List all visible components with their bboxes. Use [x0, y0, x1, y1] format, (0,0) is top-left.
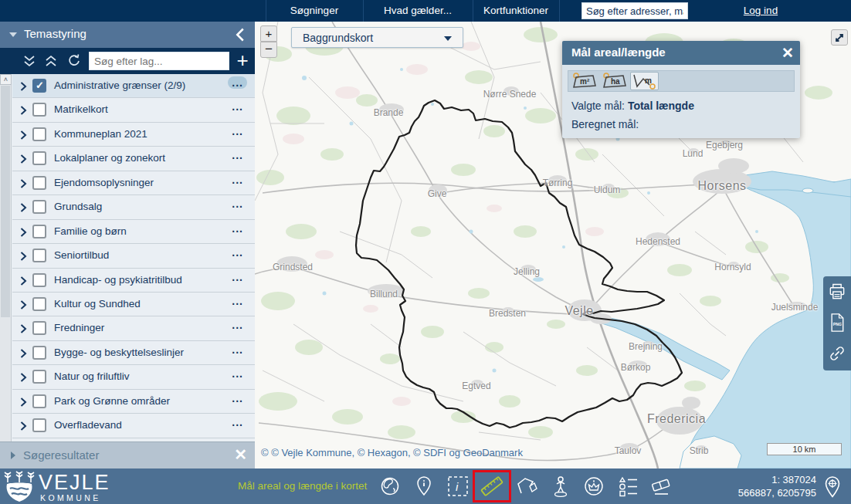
draw-button[interactable] — [515, 475, 538, 498]
zoom-in-button[interactable]: + — [260, 25, 277, 42]
layer-checkbox[interactable] — [32, 370, 46, 384]
layer-row[interactable]: Lokalplaner og zonekort ... — [12, 147, 255, 171]
fullscreen-button[interactable] — [831, 29, 848, 46]
info-point-button[interactable] — [412, 475, 436, 498]
print-button[interactable] — [823, 276, 851, 307]
add-layer-icon[interactable]: + — [232, 49, 253, 73]
layer-checkbox[interactable] — [32, 151, 46, 165]
layer-menu-button[interactable]: ... — [228, 271, 247, 283]
expand-layer-icon[interactable] — [20, 349, 27, 358]
basemap-dropdown[interactable]: Baggrundskort — [291, 27, 463, 48]
layer-checkbox[interactable] — [32, 394, 46, 408]
measure-dialog-header[interactable]: Mål areal/længde ✕ — [562, 41, 800, 65]
layer-checkbox[interactable] — [32, 127, 46, 141]
login-link[interactable]: Log ind — [734, 0, 788, 22]
expand-layer-icon[interactable] — [20, 203, 27, 212]
layer-menu-button[interactable]: ... — [228, 174, 247, 186]
nav-item-hvad-gaelder[interactable]: Hvad gælder... — [369, 0, 466, 22]
layer-row[interactable]: Handicap- og psykiatritilbud ... — [12, 269, 255, 293]
crown-button[interactable] — [582, 475, 605, 498]
close-results-icon[interactable]: ✕ — [234, 445, 247, 464]
layer-menu-button[interactable]: ... — [228, 392, 247, 404]
layer-menu-button[interactable]: ... — [228, 125, 247, 137]
layer-row[interactable]: Park og Grønne områder ... — [12, 390, 255, 414]
layer-checkbox[interactable] — [32, 200, 46, 214]
panel-header[interactable]: Temastyring — [0, 22, 255, 48]
share-link-button[interactable] — [823, 338, 851, 369]
layer-row[interactable]: Kultur og Sundhed ... — [12, 293, 255, 316]
collapse-all-icon[interactable] — [43, 53, 59, 69]
layer-row[interactable]: Administrative grænser (2/9) ... — [12, 74, 255, 98]
measure-area-ha-button[interactable]: ha — [600, 72, 629, 90]
measure-area-m2-button[interactable]: m² — [570, 72, 598, 90]
layer-checkbox[interactable] — [32, 346, 46, 360]
layer-row[interactable]: Natur og friluftliv ... — [12, 365, 255, 389]
layer-checkbox[interactable] — [32, 297, 46, 311]
expand-layer-icon[interactable] — [20, 82, 27, 91]
expand-layer-icon[interactable] — [20, 373, 27, 382]
measure-length-button[interactable]: m — [630, 72, 659, 90]
close-dialog-icon[interactable]: ✕ — [781, 44, 794, 62]
expand-layer-icon[interactable] — [20, 228, 27, 237]
layer-checkbox[interactable] — [32, 321, 46, 335]
layer-row[interactable]: Bygge- og beskyttelseslinjer ... — [12, 341, 255, 365]
layer-menu-button[interactable]: ... — [228, 246, 247, 259]
layer-checkbox[interactable] — [32, 79, 46, 93]
address-search-input[interactable] — [581, 2, 688, 19]
expand-layer-icon[interactable] — [20, 421, 27, 431]
expand-layer-icon[interactable] — [20, 397, 27, 407]
map-viewport[interactable]: Nørre SnedeBrandeGiveTørringUldumLundEge… — [255, 22, 851, 468]
layer-checkbox[interactable] — [32, 418, 46, 432]
locate-button[interactable] — [820, 475, 845, 499]
layer-checkbox[interactable] — [32, 273, 46, 287]
layer-row[interactable]: Ejendomsoplysninger ... — [12, 171, 255, 195]
layer-search-input[interactable] — [89, 52, 229, 70]
expand-layer-icon[interactable] — [20, 252, 27, 261]
layer-menu-button[interactable]: ... — [228, 222, 247, 235]
layer-menu-button[interactable]: ... — [228, 343, 247, 356]
layer-menu-button[interactable]: ... — [228, 416, 247, 428]
layer-menu-button[interactable]: ... — [228, 149, 247, 161]
expand-layer-icon[interactable] — [20, 154, 27, 164]
streetview-button[interactable] — [549, 475, 572, 498]
layer-row[interactable]: Overfladevand ... — [12, 414, 255, 438]
layer-row[interactable]: Familie og børn ... — [12, 220, 255, 244]
layer-checkbox[interactable] — [32, 176, 46, 190]
layer-checkbox[interactable] — [32, 225, 46, 238]
globe-button[interactable] — [378, 475, 402, 498]
municipality-boundary — [356, 100, 682, 428]
expand-layer-icon[interactable] — [20, 300, 27, 310]
expand-layer-icon[interactable] — [20, 130, 27, 140]
expand-layer-icon[interactable] — [20, 106, 27, 115]
nav-item-sogninger[interactable]: Søgninger — [272, 0, 357, 22]
layer-row[interactable]: Seniortilbud ... — [12, 244, 255, 268]
scrollbar-track[interactable]: ˄ ˅ — [0, 74, 12, 463]
layer-menu-button[interactable]: ... — [228, 198, 247, 210]
legend-button[interactable] — [615, 475, 639, 498]
collapse-panel-icon[interactable] — [233, 27, 247, 42]
layer-checkbox[interactable] — [32, 249, 46, 262]
layer-menu-button[interactable]: ... — [228, 100, 247, 113]
layer-checkbox[interactable] — [32, 103, 46, 117]
layer-row[interactable]: Grundsalg ... — [12, 195, 255, 219]
layer-menu-button[interactable]: ... — [228, 319, 247, 331]
layer-menu-button[interactable]: ... — [228, 367, 247, 380]
refresh-icon[interactable] — [66, 53, 82, 69]
expand-all-icon[interactable] — [22, 53, 37, 69]
layer-menu-button[interactable]: ... — [228, 76, 247, 89]
zoom-out-button[interactable]: − — [260, 42, 277, 58]
nav-item-kortfunktioner[interactable]: Kortfunktioner — [479, 0, 553, 22]
layer-row[interactable]: Matrikelkort ... — [12, 98, 255, 122]
identify-area-button[interactable]: i — [446, 475, 470, 498]
export-png-button[interactable]: PNG — [823, 307, 851, 338]
scroll-up-icon[interactable]: ˄ — [0, 74, 12, 85]
search-results-bar[interactable]: Søgeresultater ✕ — [0, 441, 255, 468]
layer-row[interactable]: Kommuneplan 2021 ... — [12, 123, 255, 147]
layer-row[interactable]: Fredninger ... — [12, 316, 255, 340]
clear-button[interactable] — [649, 475, 673, 498]
expand-layer-icon[interactable] — [20, 276, 27, 286]
scrollbar-thumb[interactable] — [1, 86, 10, 317]
expand-layer-icon[interactable] — [20, 324, 27, 333]
layer-menu-button[interactable]: ... — [228, 295, 247, 307]
expand-layer-icon[interactable] — [20, 179, 27, 188]
